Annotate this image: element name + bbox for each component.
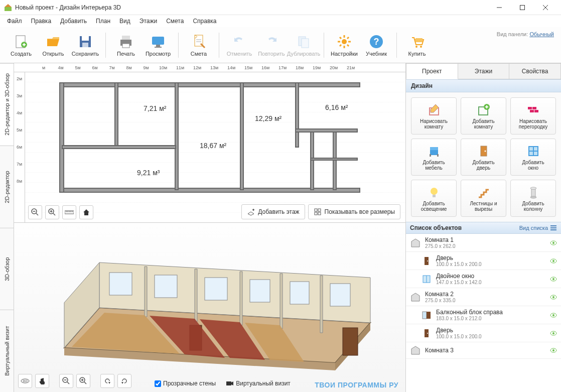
- menu-floors[interactable]: Этажи: [135, 16, 161, 26]
- rotate-360-button[interactable]: 360: [18, 374, 32, 388]
- svg-marker-142: [411, 346, 419, 354]
- view-3d[interactable]: 360 Прозрачные стены Виртуальный визит Т…: [14, 223, 405, 392]
- tool-draw-room[interactable]: Нарисоватькомнату: [411, 97, 457, 135]
- add-light-icon: [427, 185, 441, 199]
- zoom-out-button[interactable]: [28, 205, 42, 219]
- svg-rect-11: [82, 36, 89, 41]
- menu-estimate[interactable]: Смета: [162, 16, 188, 26]
- toolbar-settings-button[interactable]: Настройки: [328, 30, 360, 60]
- menu-file[interactable]: Файл: [3, 16, 26, 26]
- add-column-icon: [526, 185, 540, 199]
- tool-add-room[interactable]: Добавитькомнату: [461, 97, 506, 135]
- svg-marker-66: [240, 272, 242, 325]
- tab-project[interactable]: Проект: [406, 63, 458, 79]
- tool-add-column[interactable]: Добавитьколонну: [510, 180, 556, 217]
- object-item[interactable]: Дверь100.0 x 15.0 x 200.0: [406, 252, 561, 270]
- svg-marker-67: [280, 274, 283, 329]
- visibility-icon[interactable]: [550, 239, 557, 246]
- maximize-button[interactable]: [511, 0, 534, 15]
- tab-floors[interactable]: Этажи: [458, 63, 510, 79]
- zoom-in-button[interactable]: [45, 205, 59, 219]
- room-label: 9,21 м³: [137, 169, 160, 177]
- menu-view[interactable]: Вид: [115, 16, 134, 26]
- object-item[interactable]: Комната 3: [406, 342, 561, 359]
- rotate-left-button[interactable]: [100, 374, 114, 388]
- tab-3d[interactable]: 3D-обзор: [0, 228, 14, 310]
- panel-mode-label: Вид панели: Обычный: [497, 31, 554, 37]
- toolbar-create-button[interactable]: Создать: [5, 30, 37, 60]
- room-icon: [410, 292, 421, 303]
- toolbar-buy-button[interactable]: Купить: [401, 30, 433, 60]
- menu-edit[interactable]: Правка: [27, 16, 56, 26]
- svg-rect-106: [437, 154, 439, 157]
- visibility-icon[interactable]: [550, 294, 557, 301]
- zoom-out-3d-button[interactable]: [59, 374, 73, 388]
- svg-point-139: [427, 333, 428, 334]
- measure-button[interactable]: [62, 205, 76, 219]
- svg-marker-68: [320, 276, 323, 333]
- pan-button[interactable]: [35, 374, 49, 388]
- tab-2d[interactable]: 2D-редактор: [0, 146, 14, 228]
- svg-marker-51: [83, 209, 89, 215]
- tool-add-furniture[interactable]: Добавитьмебель: [411, 139, 457, 176]
- toolbar-save-button[interactable]: Сохранить: [69, 30, 101, 60]
- show-dims-button[interactable]: Показывать все размеры: [308, 204, 400, 219]
- svg-marker-64: [145, 267, 147, 317]
- zoom-in-3d-button[interactable]: [76, 374, 90, 388]
- svg-line-42: [53, 213, 55, 215]
- visibility-icon[interactable]: [550, 276, 557, 283]
- transparent-walls-checkbox[interactable]: Прозрачные стены: [155, 380, 216, 387]
- tab-properties[interactable]: Свойства: [509, 63, 561, 79]
- room-icon: [410, 237, 421, 248]
- svg-rect-118: [550, 227, 556, 228]
- toolbar-preview-button[interactable]: Просмотр: [142, 30, 174, 60]
- save-icon: [77, 34, 93, 50]
- object-item[interactable]: Двойное окно147.0 x 15.0 x 142.0: [406, 270, 561, 288]
- tool-add-window[interactable]: Добавитьокно: [510, 139, 556, 176]
- svg-rect-119: [550, 229, 556, 230]
- svg-point-108: [484, 150, 486, 152]
- tool-draw-wall[interactable]: Нарисоватьперегородку: [510, 97, 556, 135]
- svg-rect-17: [156, 45, 160, 47]
- svg-rect-113: [433, 195, 436, 197]
- toolbar-print-button[interactable]: Печать: [110, 30, 142, 60]
- virtual-visit-checkbox[interactable]: Виртуальный визит: [226, 380, 291, 387]
- tool-add-light[interactable]: Добавитьосвещение: [411, 180, 457, 217]
- object-item[interactable]: Комната 1275.0 x 262.0: [406, 234, 561, 252]
- door-icon: [421, 255, 432, 267]
- home-button[interactable]: [79, 205, 93, 219]
- minimize-button[interactable]: [488, 0, 511, 15]
- object-item[interactable]: Балконный блок справа183.0 x 15.0 x 212.…: [406, 306, 561, 324]
- visibility-icon[interactable]: [550, 312, 557, 319]
- toolbar-open-button[interactable]: Открыть: [37, 30, 69, 60]
- close-button[interactable]: [534, 0, 557, 15]
- object-item[interactable]: Дверь100.0 x 15.0 x 200.0: [406, 324, 561, 342]
- visibility-icon[interactable]: [550, 330, 557, 337]
- menu-help[interactable]: Справка: [189, 16, 220, 26]
- window-icon: [421, 274, 432, 285]
- view-list-link[interactable]: Вид списка: [519, 224, 557, 231]
- plan-2d-view[interactable]: 2м3м4м5м6м7м8м 7,21 м²18,67 м²1: [14, 72, 405, 223]
- add-door-icon: [477, 144, 491, 158]
- object-list-header: Список объектов: [410, 224, 462, 231]
- tool-stairs[interactable]: Лестницы ивырезы: [461, 180, 506, 217]
- svg-marker-131: [411, 293, 419, 301]
- tab-2d3d[interactable]: 2D-редактор и 3D-обзор: [0, 63, 14, 146]
- menu-add[interactable]: Добавить: [56, 16, 91, 26]
- svg-point-137: [552, 314, 554, 316]
- menu-plan[interactable]: План: [92, 16, 114, 26]
- visibility-icon[interactable]: [550, 257, 557, 265]
- object-item[interactable]: Комната 2275.0 x 335.0: [406, 288, 561, 306]
- svg-rect-100: [532, 107, 536, 109]
- toolbar-help-button[interactable]: ?Учебник: [360, 30, 392, 60]
- tab-virtual[interactable]: Виртуальный визит: [0, 310, 14, 392]
- toolbar-estimate-button[interactable]: Смета: [183, 30, 215, 60]
- tool-add-door[interactable]: Добавитьдверь: [461, 139, 506, 176]
- panel-mode-link[interactable]: Обычный: [529, 31, 554, 37]
- help-icon: ?: [368, 34, 384, 50]
- visibility-icon[interactable]: [550, 347, 557, 354]
- rotate-right-button[interactable]: [117, 374, 131, 388]
- right-panel: Проект Этажи Свойства Дизайн Нарисоватьк…: [405, 63, 561, 392]
- duplicate-icon: [296, 34, 312, 50]
- add-floor-button[interactable]: Добавить этаж: [241, 204, 305, 219]
